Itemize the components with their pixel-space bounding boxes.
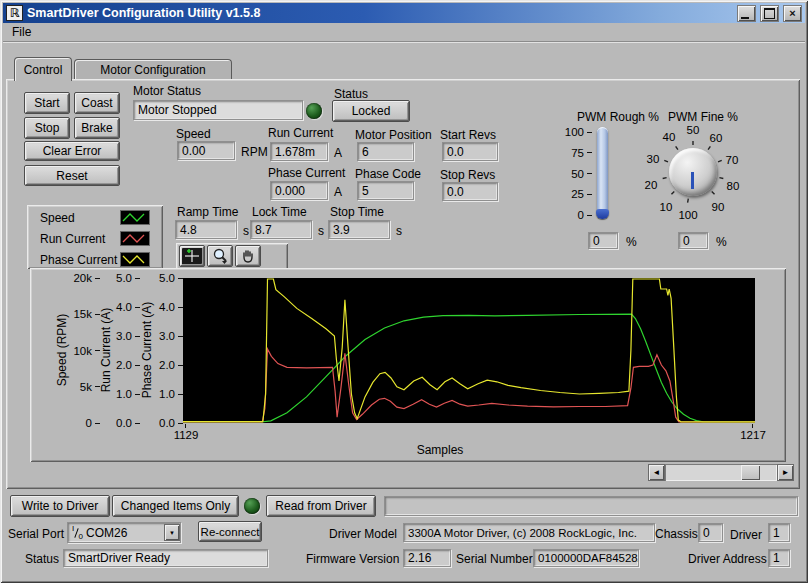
locked-toggle-button[interactable]: Locked — [332, 100, 410, 122]
graph-pan-tool-button[interactable] — [235, 245, 261, 267]
knob-label: 70 — [720, 154, 744, 166]
ramp-time-field[interactable]: 4.8 — [175, 220, 237, 239]
ramp-time-unit: s — [243, 224, 249, 238]
x-tick-left — [185, 424, 186, 428]
status-label: Status — [25, 552, 59, 566]
comm-activity-led — [244, 498, 260, 514]
message-bar — [384, 496, 798, 516]
pwm-fine-knob[interactable]: 50 40 60 30 70 20 80 10 90 100 — [644, 122, 744, 224]
driver-model-label: Driver Model — [325, 527, 397, 541]
stop-revs-label: Stop Revs — [440, 168, 495, 182]
run-current-field: 1.678m — [270, 142, 328, 161]
chart-scrollbar-thumb[interactable] — [741, 465, 760, 480]
legend-speed-swatch[interactable] — [120, 210, 150, 225]
run-current-axis-ticks: 5.0 4.0 3.0 2.0 1.0 0.0 — [102, 272, 140, 429]
pwm-fine-unit: % — [716, 235, 727, 249]
driver-address-label: Driver Address — [688, 552, 764, 566]
app-window: ℝ SmartDriver Configuration Utility v1.5… — [0, 0, 808, 583]
legend-phase-current-swatch[interactable] — [120, 252, 150, 267]
chart-scroll-left-button[interactable]: ◄ — [648, 464, 665, 481]
chassis-field: 0 — [698, 523, 723, 542]
firmware-version-field: 2.16 — [403, 549, 451, 567]
knob-label: 20 — [639, 179, 663, 191]
pwm-rough-unit: % — [626, 235, 637, 249]
chassis-label: Chassis — [655, 527, 698, 541]
stop-button[interactable]: Stop — [24, 117, 70, 139]
graph-cursor-tool-button[interactable] — [179, 245, 205, 267]
changed-items-only-button[interactable]: Changed Items Only — [112, 495, 239, 517]
hand-icon — [240, 248, 256, 264]
stop-time-unit: s — [396, 224, 402, 238]
stop-revs-field[interactable]: 0.0 — [442, 182, 498, 201]
graph-zoom-tool-button[interactable] — [207, 245, 233, 267]
driver-model-field: 3300A Motor Driver, (c) 2008 RockLogic, … — [403, 523, 655, 542]
brake-button[interactable]: Brake — [74, 117, 120, 139]
serial-port-combo[interactable]: I0 COM26 ▼ — [67, 522, 181, 543]
knob-label: 40 — [657, 131, 681, 143]
knob-needle — [691, 172, 694, 189]
scroll-right-icon: ► — [782, 469, 790, 477]
legend-phase-current-label[interactable]: Phase Current — [40, 253, 117, 267]
lock-time-field[interactable]: 8.7 — [250, 220, 312, 239]
pwm-rough-value-field[interactable]: 0 — [588, 232, 618, 249]
waveform-chart: Speed (RPM) Run Current (A) Phase Curren… — [30, 268, 786, 462]
read-from-driver-button[interactable]: Read from Driver — [266, 495, 376, 517]
speed-axis-ticks: 20k 15k 10k 5k 0 — [38, 272, 100, 429]
serial-port-value: COM26 — [86, 526, 164, 540]
x-max-label: 1217 — [737, 429, 769, 441]
knob-label: 50 — [681, 124, 705, 136]
status-field: SmartDriver Ready — [63, 549, 268, 567]
stop-time-label: Stop Time — [330, 205, 384, 219]
serial-port-label: Serial Port — [8, 527, 64, 541]
firmware-version-label: Firmware Version — [306, 552, 396, 566]
knob-dial[interactable] — [669, 148, 717, 196]
io-icon: I0 — [72, 526, 83, 540]
lock-time-label: Lock Time — [252, 205, 307, 219]
pwm-rough-slider-track[interactable] — [597, 127, 608, 217]
start-button[interactable]: Start — [24, 92, 70, 114]
phase-current-unit: A — [334, 185, 342, 199]
pwm-fine-value-field[interactable]: 0 — [678, 232, 708, 249]
start-revs-field[interactable]: 0.0 — [442, 142, 498, 161]
chart-scroll-right-button[interactable]: ► — [777, 464, 794, 481]
clear-error-button[interactable]: Clear Error — [24, 141, 120, 161]
serial-number-field: 0100000DAF84528A — [533, 549, 639, 567]
chevron-down-icon: ▼ — [169, 529, 175, 537]
motor-position-label: Motor Position — [355, 128, 432, 142]
plot-legend: Speed Run Current Phase Current — [27, 205, 163, 269]
legend-run-current-swatch[interactable] — [120, 231, 150, 246]
reset-button[interactable]: Reset — [24, 165, 120, 186]
motor-status-field: Motor Stopped — [133, 100, 303, 120]
phase-code-field: 5 — [357, 181, 414, 200]
x-axis-title: Samples — [360, 443, 520, 457]
scroll-left-icon: ◄ — [653, 469, 661, 477]
legend-run-current-label[interactable]: Run Current — [40, 232, 105, 246]
pwm-rough-slider-thumb[interactable] — [596, 209, 609, 219]
driver-field: 1 — [768, 523, 790, 542]
graph-palette — [176, 243, 288, 270]
motor-position-field: 6 — [357, 142, 414, 161]
coast-button[interactable]: Coast — [74, 92, 120, 114]
serial-port-dropdown-button[interactable]: ▼ — [164, 524, 180, 541]
stop-time-field[interactable]: 3.9 — [328, 220, 390, 239]
knob-label: 60 — [704, 132, 728, 144]
run-current-unit: A — [334, 146, 342, 160]
knob-label: 90 — [706, 201, 730, 213]
content-layer: Start Coast Stop Brake Clear Error Reset… — [0, 0, 808, 583]
write-to-driver-button[interactable]: Write to Driver — [10, 495, 110, 517]
motor-status-label: Motor Status — [133, 84, 201, 98]
phase-current-axis-ticks: 5.0 4.0 3.0 2.0 1.0 0.0 — [145, 272, 183, 429]
reconnect-button[interactable]: Re-connect — [198, 521, 262, 542]
x-min-label: 1129 — [170, 429, 202, 441]
knob-label: 80 — [721, 180, 745, 192]
serial-number-label: Serial Number — [456, 552, 533, 566]
x-tick-right — [752, 424, 753, 428]
phase-current-field: 0.000 — [270, 181, 328, 200]
phase-current-label: Phase Current — [268, 166, 345, 180]
legend-speed-label[interactable]: Speed — [40, 211, 75, 225]
chart-scrollbar-track[interactable] — [665, 464, 777, 481]
knob-label: 10 — [654, 201, 678, 213]
speed-label: Speed — [176, 127, 211, 141]
plot-area — [183, 278, 755, 423]
motor-status-led — [306, 103, 322, 119]
